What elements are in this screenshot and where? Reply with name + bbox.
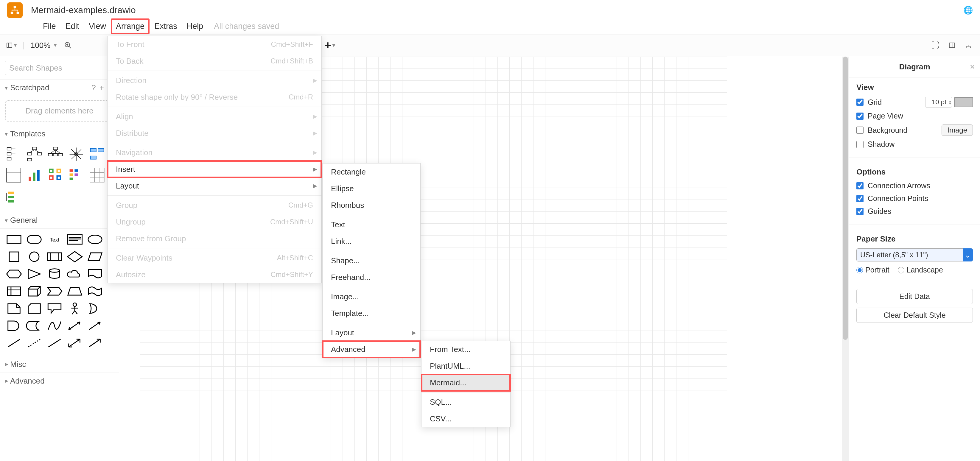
shape-ellipse[interactable]	[86, 232, 103, 246]
template-thumb[interactable]	[26, 167, 43, 183]
scratchpad-dropzone[interactable]: Drag elements here	[5, 100, 113, 121]
template-thumb[interactable]	[68, 167, 84, 183]
shape-actor[interactable]	[66, 301, 83, 316]
shape-document[interactable]	[86, 267, 103, 281]
zoom-control[interactable]: 100%▾	[31, 41, 57, 50]
add-scratch-icon[interactable]: +	[100, 83, 104, 92]
shape-biarrow[interactable]	[66, 319, 83, 333]
shape-or[interactable]	[86, 301, 103, 316]
insert-item-rhombus[interactable]: Rhombus	[323, 197, 420, 213]
shape-step[interactable]	[46, 284, 63, 299]
advanced-item-mermaid-[interactable]: Mermaid...	[422, 374, 510, 391]
shape-tape[interactable]	[86, 284, 103, 299]
menu-arrange[interactable]: Arrange	[111, 19, 150, 34]
landscape-radio[interactable]: Landscape	[898, 265, 943, 274]
insert-item-layout[interactable]: Layout▶	[323, 324, 420, 341]
collapse-icon[interactable]: ︽	[963, 40, 974, 51]
help-icon[interactable]: ?	[91, 83, 95, 92]
scratchpad-header[interactable]: ▾Scratchpad ?+✎	[0, 79, 119, 96]
background-checkbox[interactable]	[856, 127, 864, 134]
shape-cylinder[interactable]	[46, 267, 63, 281]
template-thumb[interactable]	[5, 167, 22, 183]
add-icon[interactable]: +▾	[325, 40, 335, 51]
shape-cube[interactable]	[25, 284, 43, 299]
shape-callout[interactable]	[46, 301, 63, 316]
template-thumb[interactable]	[68, 146, 84, 162]
grid-color-swatch[interactable]	[955, 97, 973, 107]
insert-item-link-[interactable]: Link...	[323, 233, 420, 250]
guides-checkbox[interactable]	[856, 208, 864, 215]
document-title[interactable]: Mermaid-examples.drawio	[31, 5, 136, 15]
insert-item-rectangle[interactable]: Rectangle	[323, 164, 420, 180]
advanced-item-plantuml-[interactable]: PlantUML...	[422, 358, 510, 374]
shape-hexagon[interactable]	[5, 267, 23, 281]
shape-note[interactable]	[5, 301, 23, 316]
fullscreen-icon[interactable]: ⛶	[930, 40, 941, 51]
paper-size-select[interactable]: US-Letter (8,5" x 11")	[856, 248, 973, 261]
diagram-tab[interactable]: Diagram ×	[849, 57, 980, 78]
conn-arrows-checkbox[interactable]	[856, 182, 864, 189]
grid-checkbox[interactable]	[856, 99, 864, 106]
clear-style-button[interactable]: Clear Default Style	[856, 308, 973, 323]
shape-textbox[interactable]	[66, 232, 83, 246]
shape-datastore[interactable]	[25, 319, 43, 333]
template-thumb[interactable]	[5, 190, 22, 207]
portrait-radio[interactable]: Portrait	[856, 265, 889, 274]
shape-rhombus[interactable]	[66, 250, 83, 264]
arrange-item-insert[interactable]: Insert▶	[108, 161, 321, 178]
conn-points-checkbox[interactable]	[856, 195, 864, 202]
globe-icon[interactable]: 🌐	[963, 6, 973, 15]
insert-item-advanced[interactable]: Advanced▶	[323, 341, 420, 358]
shape-biarrow2[interactable]	[66, 336, 83, 350]
advanced-header[interactable]: ▾Advanced	[0, 373, 119, 389]
shape-triangle[interactable]	[25, 267, 43, 281]
insert-item-image-[interactable]: Image...	[323, 288, 420, 305]
template-thumb[interactable]	[26, 146, 43, 162]
shape-card[interactable]	[25, 301, 43, 316]
shadow-checkbox[interactable]	[856, 141, 864, 148]
format-panel-icon[interactable]	[947, 40, 957, 51]
background-image-button[interactable]: Image	[942, 124, 973, 136]
search-shapes-input[interactable]	[5, 61, 114, 75]
vertical-scrollbar[interactable]	[842, 57, 849, 461]
insert-item-freehand-[interactable]: Freehand...	[323, 269, 420, 286]
menu-edit[interactable]: Edit	[61, 19, 84, 34]
shape-rect[interactable]	[5, 232, 23, 246]
general-header[interactable]: ▾General	[0, 212, 119, 229]
shape-arrow2[interactable]	[86, 336, 103, 350]
close-icon[interactable]: ×	[970, 62, 975, 72]
shape-dashline[interactable]	[25, 336, 43, 350]
shape-circle[interactable]	[25, 250, 43, 264]
shape-text[interactable]: Text	[46, 232, 63, 246]
menu-extras[interactable]: Extras	[150, 19, 182, 34]
menu-file[interactable]: File	[38, 19, 61, 34]
template-thumb[interactable]	[47, 146, 64, 162]
insert-item-shape-[interactable]: Shape...	[323, 252, 420, 269]
shape-line[interactable]	[5, 336, 23, 350]
shape-internal[interactable]	[5, 284, 23, 299]
pageview-checkbox[interactable]	[856, 113, 864, 120]
menu-help[interactable]: Help	[182, 19, 208, 34]
templates-header[interactable]: ▾Templates	[0, 126, 119, 142]
shape-trapezoid[interactable]	[66, 284, 83, 299]
advanced-item-from-text-[interactable]: From Text...	[422, 341, 510, 358]
template-thumb[interactable]	[89, 167, 105, 183]
shape-curve[interactable]	[46, 319, 63, 333]
template-thumb[interactable]	[5, 146, 22, 162]
advanced-item-csv-[interactable]: CSV...	[422, 410, 510, 427]
grid-size-input[interactable]: 10 pt▴▾	[925, 97, 952, 108]
arrange-item-layout[interactable]: Layout▶	[108, 178, 321, 194]
advanced-item-sql-[interactable]: SQL...	[422, 394, 510, 410]
sidebar-toggle-icon[interactable]: ▾	[6, 40, 17, 51]
insert-item-ellipse[interactable]: Ellipse	[323, 180, 420, 197]
shape-square[interactable]	[5, 250, 23, 264]
menu-view[interactable]: View	[84, 19, 111, 34]
template-thumb[interactable]	[89, 146, 105, 162]
shape-roundrect[interactable]	[25, 232, 43, 246]
shape-and[interactable]	[5, 319, 23, 333]
misc-header[interactable]: ▾Misc	[0, 356, 119, 373]
insert-item-template-[interactable]: Template...	[323, 305, 420, 322]
shape-parallelogram[interactable]	[86, 250, 103, 264]
edit-data-button[interactable]: Edit Data	[856, 289, 973, 304]
template-thumb[interactable]	[47, 167, 64, 183]
